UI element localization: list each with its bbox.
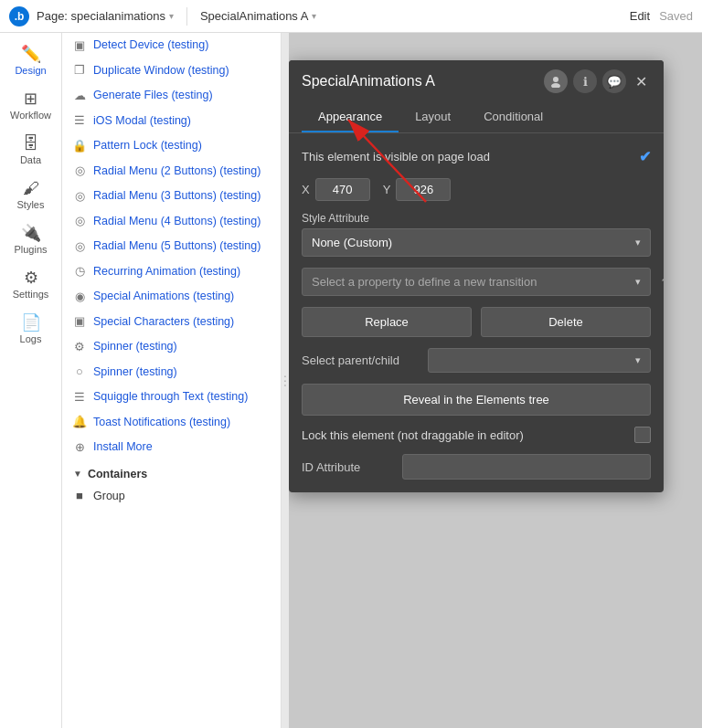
sidebar-item-logs[interactable]: 📄 Logs (0, 309, 61, 350)
item-label-special-char: Special Characters (testing) (93, 314, 234, 331)
app-dropdown-arrow[interactable]: ▾ (312, 11, 316, 21)
item-label-group: Group (93, 489, 125, 505)
left-sidebar: ✏️ Design ⊞ Workflow 🗄 Data 🖌 Styles 🔌 P… (0, 33, 62, 728)
id-input[interactable] (402, 454, 651, 480)
tab-conditional[interactable]: Conditional (467, 102, 559, 132)
sidebar-item-data[interactable]: 🗄 Data (0, 130, 61, 171)
section-label-containers: Containers (88, 468, 147, 480)
install-more-item[interactable]: ⊕ Install More (62, 435, 281, 460)
visible-checkmark[interactable]: ✔ (639, 148, 651, 165)
list-item[interactable]: ○ Spinner (testing) (62, 360, 281, 385)
modal-header: SpecialAnimations A ℹ 💬 ✕ (289, 60, 664, 102)
item-label-pattern: Pattern Lock (testing) (93, 138, 202, 154)
sidebar-item-plugins[interactable]: 🔌 Plugins (0, 219, 61, 260)
style-attribute-label: Style Attribute (302, 212, 651, 225)
lock-checkbox[interactable] (634, 427, 651, 443)
item-label-detect: Detect Device (testing) (93, 37, 208, 54)
parent-child-row: Select parent/child ▾ (302, 348, 651, 373)
item-label-spinner1: Spinner (testing) (93, 339, 177, 355)
comment-icon[interactable]: 💬 (602, 69, 626, 93)
app-selector[interactable]: SpecialAnimations A ▾ (200, 9, 317, 23)
x-group: X (302, 178, 370, 201)
settings-icon: ⚙ (24, 269, 38, 286)
list-item[interactable]: ◉ Special Animations (testing) (62, 284, 281, 310)
list-item[interactable]: ◎ Radial Menu (3 Buttons) (testing) (62, 184, 281, 209)
resize-handle[interactable]: · · · (282, 33, 289, 728)
divider (186, 7, 187, 26)
item-icon-toast: 🔔 (73, 416, 86, 428)
sidebar-label-workflow: Workflow (10, 110, 51, 121)
item-icon-spinner1: ⚙ (73, 341, 86, 353)
transition-dropdown[interactable]: Select a property to define a new transi… (302, 268, 651, 296)
item-label-ios: iOS Modal (testing) (93, 113, 191, 130)
list-item[interactable]: ⚙ Spinner (testing) (62, 334, 281, 360)
modal-body: This element is visible on page load ✔ X… (289, 133, 664, 492)
section-containers: ▼ Containers (62, 460, 281, 484)
data-icon: 🗄 (23, 135, 39, 152)
visible-on-load-row: This element is visible on page load ✔ (302, 146, 651, 167)
tab-layout[interactable]: Layout (399, 102, 467, 132)
item-label-radial5: Radial Menu (5 Buttons) (testing) (93, 238, 261, 255)
design-icon: ✏️ (21, 46, 41, 62)
edit-button[interactable]: Edit (630, 9, 650, 23)
list-item[interactable]: ☰ Squiggle through Text (testing) (62, 385, 281, 410)
info-icon[interactable]: ℹ (573, 69, 597, 93)
item-label-spinner2: Spinner (testing) (93, 364, 177, 381)
item-icon-generate: ☁ (73, 90, 86, 102)
page-selector[interactable]: Page: specialanimations ▾ (37, 9, 174, 23)
sidebar-label-design: Design (15, 65, 46, 76)
item-icon-pattern: 🔒 (73, 140, 86, 153)
list-item[interactable]: ◷ Recurring Animation (testing) (62, 259, 281, 285)
sidebar-item-workflow[interactable]: ⊞ Workflow (0, 85, 61, 126)
list-item[interactable]: ◎ Radial Menu (4 Buttons) (testing) (62, 209, 281, 235)
parent-child-arrow: ▾ (635, 354, 641, 366)
close-button[interactable]: ✕ (632, 71, 651, 92)
styles-icon: 🖌 (23, 180, 39, 196)
xy-row: X Y (302, 178, 651, 201)
id-attribute-label: ID Attribute (302, 460, 393, 474)
app-label: SpecialAnimations A (200, 9, 309, 23)
group-icon: ■ (73, 490, 86, 502)
user-icon (549, 75, 562, 88)
style-value: None (Custom) (312, 236, 392, 249)
group-item[interactable]: ■ Group (62, 484, 281, 510)
y-label: Y (383, 183, 391, 196)
avatar-icon[interactable] (544, 69, 568, 93)
item-label-radial2: Radial Menu (2 Buttons) (testing) (93, 164, 261, 180)
visible-label: This element is visible on page load (302, 150, 490, 164)
y-input[interactable] (396, 178, 451, 201)
sidebar-item-design[interactable]: ✏️ Design (0, 40, 61, 81)
style-attribute-section: Style Attribute None (Custom) ▾ (302, 212, 651, 257)
page-dropdown-arrow[interactable]: ▾ (169, 11, 174, 21)
parent-child-dropdown[interactable]: ▾ (428, 348, 651, 373)
content-panel: ▣ Detect Device (testing) ❐ Duplicate Wi… (62, 33, 282, 728)
item-icon-detect: ▣ (73, 39, 86, 52)
list-item[interactable]: ◎ Radial Menu (5 Buttons) (testing) (62, 234, 281, 259)
sidebar-item-styles[interactable]: 🖌 Styles (0, 174, 61, 216)
tooltip-icon: ? (662, 275, 664, 289)
x-input[interactable] (315, 178, 370, 201)
list-item[interactable]: ☁ Generate Files (testing) (62, 83, 281, 109)
sidebar-item-settings[interactable]: ⚙ Settings (0, 264, 61, 305)
style-attribute-dropdown[interactable]: None (Custom) ▾ (302, 228, 651, 257)
item-icon-duplicate: ❐ (73, 64, 86, 77)
item-label-duplicate: Duplicate Window (testing) (93, 63, 229, 79)
item-label-recurring: Recurring Animation (testing) (93, 264, 240, 280)
list-item[interactable]: ❐ Duplicate Window (testing) (62, 58, 281, 84)
list-item[interactable]: ◎ Radial Menu (2 Buttons) (testing) (62, 159, 281, 185)
sidebar-label-settings: Settings (13, 289, 49, 300)
replace-button[interactable]: Replace (302, 307, 472, 337)
list-item[interactable]: ☰ iOS Modal (testing) (62, 109, 281, 134)
logs-icon: 📄 (21, 314, 41, 331)
list-item[interactable]: ▣ Detect Device (testing) (62, 33, 281, 58)
tab-appearance[interactable]: Appearance (302, 102, 399, 132)
item-icon-radial3: ◎ (73, 190, 86, 203)
list-item[interactable]: 🔔 Toast Notifications (testing) (62, 410, 281, 436)
transition-placeholder: Select a property to define a new transi… (312, 275, 537, 289)
list-item[interactable]: 🔒 Pattern Lock (testing) (62, 133, 281, 159)
sidebar-label-styles: Styles (17, 199, 45, 210)
reveal-elements-button[interactable]: Reveal in the Elements tree (302, 384, 651, 416)
delete-button[interactable]: Delete (481, 307, 651, 337)
item-label-generate: Generate Files (testing) (93, 88, 213, 104)
list-item[interactable]: ▣ Special Characters (testing) (62, 310, 281, 335)
